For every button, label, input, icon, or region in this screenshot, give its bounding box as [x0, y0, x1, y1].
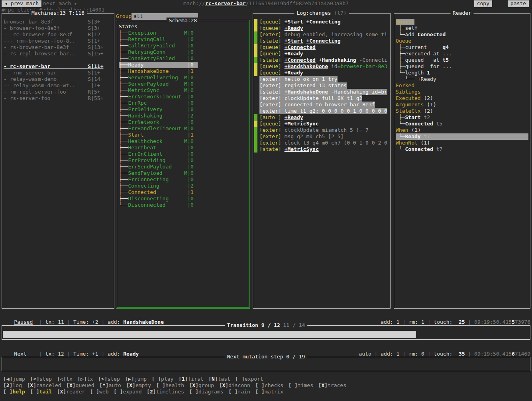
shortcut-toggle-disconn[interactable]: [X]disconn — [219, 382, 250, 388]
mutation-progress-bar[interactable] — [3, 362, 529, 370]
shortcut-toggle-queued[interactable]: [X]queued — [66, 382, 94, 388]
paste-button[interactable]: paste — [508, 0, 529, 7]
log-entry[interactable]: [state] +Start +Connecting — [254, 38, 389, 44]
log-entry[interactable]: [exter] clockUpdate mismatch 5 != 7 — [254, 127, 389, 133]
machine-row[interactable]: browser-bar-8e3f S|3+ — [4, 19, 112, 25]
log-entry[interactable]: [exter] debug enabled, increasing some t… — [254, 31, 389, 38]
shortcut-toggle-jump[interactable]: [◀]jump — [3, 376, 25, 382]
shortcut-toggle-canceled[interactable]: [X]canceled — [27, 382, 61, 388]
log-entry[interactable]: [queue] +MetricSync — [254, 121, 389, 127]
state-row[interactable]: ├──ErrNetwork |0 — [119, 119, 247, 125]
machine-row[interactable]: - relay-wasm-demo S|14+ — [4, 76, 112, 82]
reader-item[interactable]: └── +Ready — [396, 76, 528, 82]
state-row[interactable]: ├──Connected |1 — [119, 189, 247, 196]
shortcut-toggle-export[interactable]: [ ]export — [235, 376, 263, 382]
machine-row[interactable]: - rs-server-foo R|55+ — [4, 95, 112, 102]
machine-row[interactable]: --- rnm-browser-foo-8.. S|1+ — [4, 38, 112, 44]
state-row[interactable]: ├──CallRetryFailed |0 — [119, 43, 247, 49]
shortcut-toggle-step[interactable]: [>]step — [98, 376, 120, 382]
reader-section[interactable]: StateCtx (2) — [396, 108, 528, 114]
state-row[interactable]: ├──Start |1 — [119, 132, 247, 138]
reader-item[interactable]: ├─current q4 — [396, 44, 528, 51]
reader-item[interactable]: └─Ready t7 — [396, 133, 528, 140]
state-row[interactable]: ├──ErrDelivery |0 — [119, 106, 247, 113]
transition-progress-bar[interactable] — [3, 331, 529, 338]
log-entry[interactable]: [exter] time t1 q2: 0 0 0 0 0 1 0 0 0 0 … — [254, 108, 389, 114]
state-row[interactable]: ├──Disconnecting |0 — [119, 196, 247, 202]
machine-row[interactable]: -- relay-wasm-demo-wt.. |1+ — [4, 82, 112, 89]
machine-row[interactable]: - rm-repl-server-foo R|5+ — [4, 89, 112, 95]
reader-item[interactable]: ├─executed at ... — [396, 51, 528, 57]
shortcut-toggle-last[interactable]: [N]last — [208, 376, 230, 382]
state-row[interactable]: ├──ConnRetryFailed |0 — [119, 55, 247, 62]
shortcut-toggle-traces[interactable]: [X]traces — [318, 382, 346, 388]
shortcut-toggle-play[interactable]: [ ]play — [152, 376, 174, 382]
shortcut-toggle-health[interactable]: [ ]health — [156, 382, 184, 388]
reader-section[interactable]: When (1) — [396, 127, 528, 133]
log-entry[interactable]: [auto_] +Ready — [254, 114, 389, 121]
state-row[interactable]: ├──SendPayload M|0 — [119, 170, 247, 176]
reader-section[interactable]: Queue — [396, 38, 528, 44]
state-row[interactable]: ├──ErrConnecting |0 — [119, 176, 247, 183]
shortcut-toggle-log[interactable]: [2]log — [3, 382, 22, 388]
log-entry[interactable]: [exter] connected to browser-bar-8e3f — [254, 102, 389, 108]
reader-item[interactable]: └─Connected t5 — [396, 121, 528, 127]
shortcut-toggle-help[interactable]: [ ]help — [3, 389, 25, 395]
shortcut-toggle-empty[interactable]: [X]empty — [126, 382, 151, 388]
reader-item[interactable]: └─Add Connected — [396, 31, 528, 38]
log-entry[interactable]: [exter] msg q2 m0 ch5 [2 5] — [254, 133, 389, 140]
state-row[interactable]: ├──HandshakeDone |1 — [119, 68, 247, 74]
state-row[interactable]: ├──Heartbeat |0 — [119, 145, 247, 151]
shortcut-toggle-web[interactable]: [ ]web — [90, 389, 109, 395]
machine-row[interactable]: - rs-repl-browser-bar.. S|15+ — [4, 51, 112, 57]
shortcut-toggle-jump[interactable]: [▶]jump — [125, 376, 147, 382]
shortcut-toggle-group[interactable]: [X]group — [189, 382, 214, 388]
log-entry[interactable]: [queue] +Ready — [254, 70, 389, 76]
reader-section[interactable]: Arguments (1) — [396, 102, 528, 108]
machine-row[interactable]: -- rc-browser-foo-8e3f R|12 — [4, 31, 112, 38]
state-row[interactable]: ├──Ready |0 — [119, 62, 247, 68]
state-row[interactable]: ├──Handshaking |2 — [119, 113, 247, 119]
log-entry[interactable]: [queue] +Connected — [254, 44, 389, 51]
state-row[interactable]: ├──MetricSync M|0 — [119, 87, 247, 94]
log-entry[interactable]: [exter] hello ok on 1 try — [254, 76, 389, 82]
log-entry[interactable]: [state] +HandshakeDone -Handshaking id=b… — [254, 89, 389, 95]
state-row[interactable]: ├──ErrRpc |0 — [119, 100, 247, 106]
reader-item[interactable]: ├─Start t2 — [396, 114, 528, 121]
log-entry[interactable]: [state] +Connected +Handshaking -Connect… — [254, 57, 389, 63]
state-row[interactable]: ├──RetryingConn |0 — [119, 49, 247, 55]
machine-row[interactable]: - browser-foo-8e3f S|3+ — [4, 25, 112, 31]
url-host[interactable]: rc-server-bar — [205, 0, 246, 6]
reader-section[interactable]: WhenNot (1) — [396, 140, 528, 146]
shortcut-toggle-reader[interactable]: [X]reader — [57, 389, 85, 395]
shortcut-toggle-matrix[interactable]: [ ]matrix — [255, 389, 283, 395]
shortcut-toggle-tx[interactable]: [▷]tx — [77, 376, 93, 382]
machine-row[interactable]: - rs-browser-bar-8e3f S|13+ — [4, 44, 112, 51]
state-row[interactable]: ├──RetryingCall |0 — [119, 36, 247, 43]
shortcut-toggle-auto[interactable]: [*]auto — [99, 382, 121, 388]
state-row[interactable]: └──Disconnected |0 — [119, 202, 247, 208]
log-entry[interactable]: [queue] +Start +Connecting — [254, 19, 389, 25]
state-row[interactable]: ├──Exception M|0 — [119, 30, 247, 36]
log-entry[interactable]: [queue] +Ready — [254, 25, 389, 31]
log-entry[interactable]: [state] +MetricSync — [254, 146, 389, 153]
state-row[interactable]: ├──ErrHandlerTimeout M|0 — [119, 125, 247, 132]
log-entry[interactable]: [exter] clock t3 q4 m0 ch7 (0 0 1 0 0 2 … — [254, 140, 389, 146]
state-row[interactable]: ├──ErrSendPayload |0 — [119, 164, 247, 170]
shortcut-toggle-rain[interactable]: [ ]rain — [228, 389, 250, 395]
reader-section[interactable]: Forked — [396, 82, 528, 89]
state-row[interactable]: ├──ServerDelivering M|0 — [119, 74, 247, 81]
shortcut-toggle-first[interactable]: [1]first — [179, 376, 204, 382]
reader-item[interactable]: ├─queued at t5 — [396, 57, 528, 63]
machine-row[interactable]: - rc-server-bar S|11+ — [4, 63, 112, 70]
state-row[interactable]: ├──Connecting |2 — [119, 183, 247, 189]
log-entry[interactable]: [exter] registered 13 states — [254, 82, 389, 89]
state-row[interactable]: ├──ServerPayload M|0 — [119, 81, 247, 87]
shortcut-toggle-expand[interactable]: [ ]expand — [114, 389, 141, 395]
state-row[interactable]: ├──ErrProviding |0 — [119, 157, 247, 164]
copy-button[interactable]: copy — [474, 0, 492, 7]
log-entry[interactable]: [queue] +Ready — [254, 51, 389, 57]
state-row[interactable]: ├──ErrNetworkTimeout |0 — [119, 94, 247, 100]
shortcut-toggle-checks[interactable]: [ ]checks — [255, 382, 283, 388]
reader-section[interactable]: Siblings — [396, 89, 528, 95]
